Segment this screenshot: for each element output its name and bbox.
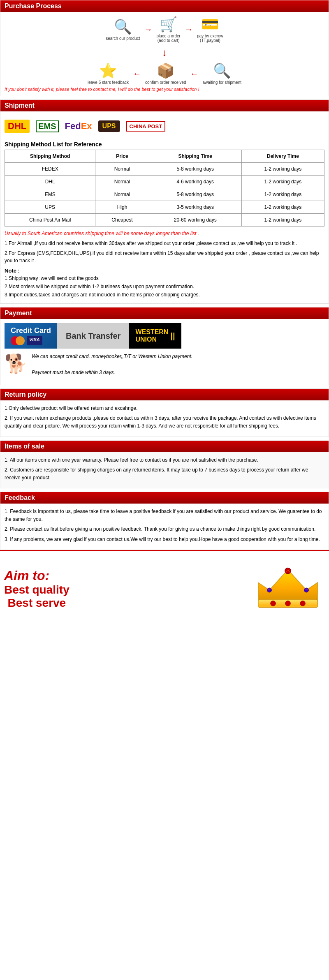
south-america-note: Usually to South American countries ship… (5, 231, 324, 236)
return-header: Return policy (0, 389, 329, 400)
price-cell: Normal (95, 176, 149, 188)
table-row: DHLNormal4-6 working days1-2 working day… (5, 176, 324, 188)
aim-left: Aim to: Best quality Best serve (4, 568, 70, 610)
return-policy-section: Return policy 1.Only defective product w… (0, 388, 329, 437)
col-shipping-time: Shipping Time (149, 150, 241, 163)
method-cell: China Post Air Mail (5, 214, 95, 227)
feedback-title: Feedback (5, 494, 35, 501)
bank-transfer-logo: Bank Transfer (57, 323, 129, 349)
express-note: 2.For Express (EMS,FEDEX,DHL,UPS),if you… (5, 250, 324, 264)
items-title: Items of sale (5, 443, 44, 450)
step-confirm-label: confirm order received (145, 80, 186, 85)
step-feedback: ⭐ leave 5 stars feedback (88, 62, 129, 85)
col-delivery-time: Delivery Time (241, 150, 324, 163)
svg-point-2 (271, 601, 276, 606)
items-point: 2. Customers are responsible for shippin… (5, 466, 324, 482)
ups-logo: UPS (98, 120, 120, 132)
arrow-down: ↓ (162, 47, 167, 58)
payment-days: Payment must be made within 3 days. (32, 369, 192, 377)
step-awaiting: 🔍 awaiting for shipment (203, 62, 242, 85)
step-feedback-label: leave 5 stars feedback (88, 80, 129, 85)
wu-text: WESTERNUNION (135, 328, 168, 343)
shipping-time-cell: 4-6 working days (149, 176, 241, 188)
price-cell: Cheapest (95, 214, 149, 227)
purchase-process-header: Purchase Process (0, 0, 329, 12)
western-union-logo: WESTERNUNION || (129, 323, 181, 349)
items-point: 1. All our items come with one year warr… (5, 456, 324, 464)
table-row: EMSNormal5-8 working days1-2 working day… (5, 188, 324, 201)
arrow-2: → (185, 25, 193, 34)
dhl-logo: DHL (5, 120, 30, 133)
credit-card-logo: Credit Card VISA (5, 323, 57, 349)
price-cell: Normal (95, 188, 149, 201)
payment-section: Payment Credit Card VISA Bank Transfer W… (0, 307, 329, 385)
note-item: 2.Most orders will be shipped out within… (5, 283, 324, 290)
purchase-process-section: Purchase Process 🔍 search our product → … (0, 0, 329, 96)
process-row-1: 🔍 search our product → 🛒 place a order(a… (106, 16, 223, 43)
feedback-points: 1. Feedback is important to us, please t… (5, 508, 324, 543)
bank-transfer-text: Bank Transfer (66, 331, 120, 341)
table-row: FEDEXNormal5-8 working days1-2 working d… (5, 163, 324, 176)
step-confirm: 📦 confirm order received (145, 62, 186, 85)
shipping-notes: 1.Shipping way :we will send out the goo… (5, 275, 324, 298)
awaiting-icon: 🔍 (203, 62, 242, 79)
payment-title: Payment (5, 310, 32, 317)
delivery-time-cell: 1-2 working days (241, 188, 324, 201)
search-icon: 🔍 (106, 18, 140, 35)
arrow-1: → (144, 25, 153, 34)
shipping-time-cell: 5-8 working days (149, 188, 241, 201)
chinapost-logo: CHINA POST (126, 121, 166, 132)
items-header: Items of sale (0, 441, 329, 452)
return-point: 1.Only defective product will be offered… (5, 404, 324, 412)
airmail-note: 1.For Airmail ,If you did not receive it… (5, 240, 324, 247)
dog-icon: 🐕 (5, 353, 28, 374)
step-search: 🔍 search our product (106, 18, 140, 41)
shipment-title: Shipment (5, 102, 35, 109)
process-row-2: ⭐ leave 5 stars feedback ← 📦 confirm ord… (88, 62, 241, 85)
shipping-table: Shipping Method Price Shipping Time Deli… (5, 150, 324, 227)
cc-brands: VISA (11, 336, 42, 345)
arrow-4: ← (190, 69, 199, 79)
feedback-point: 1. Feedback is important to us, please t… (5, 508, 324, 523)
satisfaction-note: If you don't satisfy with it, please fee… (5, 87, 324, 92)
pay-icon: 💳 (197, 16, 223, 33)
items-of-sale-section: Items of sale 1. All our items come with… (0, 440, 329, 489)
svg-point-4 (300, 601, 306, 606)
credit-card-title: Credit Card (11, 326, 51, 335)
confirm-icon: 📦 (145, 62, 186, 79)
best-quality-label: Best quality (4, 583, 70, 596)
payment-note-text: We can accept credit card, moneybooker,,… (32, 353, 192, 377)
visa-logo: VISA (27, 336, 42, 345)
payment-header: Payment (0, 307, 329, 319)
note-item: 1.Shipping way :we will send out the goo… (5, 275, 324, 282)
accept-text: We can accept credit card, moneybooker,,… (32, 353, 192, 361)
cart-icon: 🛒 (157, 16, 181, 33)
shipping-time-cell: 3-5 working days (149, 201, 241, 214)
step-awaiting-label: awaiting for shipment (203, 80, 242, 85)
feedback-header: Feedback (0, 492, 329, 504)
arrow-3: ← (133, 69, 141, 79)
process-flow: 🔍 search our product → 🛒 place a order(a… (5, 16, 324, 85)
feedback-point: 3. If any problems, we are very glad if … (5, 536, 324, 543)
shipment-header: Shipment (0, 100, 329, 111)
method-cell: FEDEX (5, 163, 95, 176)
aim-section: Aim to: Best quality Best serve (0, 550, 329, 626)
fedex-logo: FedEx (65, 121, 92, 132)
feedback-section: Feedback 1. Feedback is important to us,… (0, 492, 329, 550)
step-pay: 💳 pay by excrow(TT,paypal) (197, 16, 223, 43)
ems-logo: EMS (36, 120, 58, 132)
step-order: 🛒 place a order(add to cart) (157, 16, 181, 43)
return-points: 1.Only defective product will be offered… (5, 404, 324, 430)
price-cell: Normal (95, 163, 149, 176)
feedback-icon: ⭐ (88, 62, 129, 79)
wu-bar: || (170, 331, 175, 341)
col-price: Price (95, 150, 149, 163)
step-search-label: search our product (106, 36, 140, 41)
step-pay-label: pay by excrow(TT,paypal) (197, 34, 223, 43)
crown-image (251, 557, 325, 620)
shipment-section: Shipment DHL EMS FedEx UPS CHINA POST Sh… (0, 99, 329, 304)
mc-yellow (16, 336, 25, 345)
best-serve-label: Best serve (4, 596, 70, 610)
mastercard-logo (11, 336, 25, 345)
payment-logos: Credit Card VISA Bank Transfer WESTERNUN… (5, 323, 324, 349)
